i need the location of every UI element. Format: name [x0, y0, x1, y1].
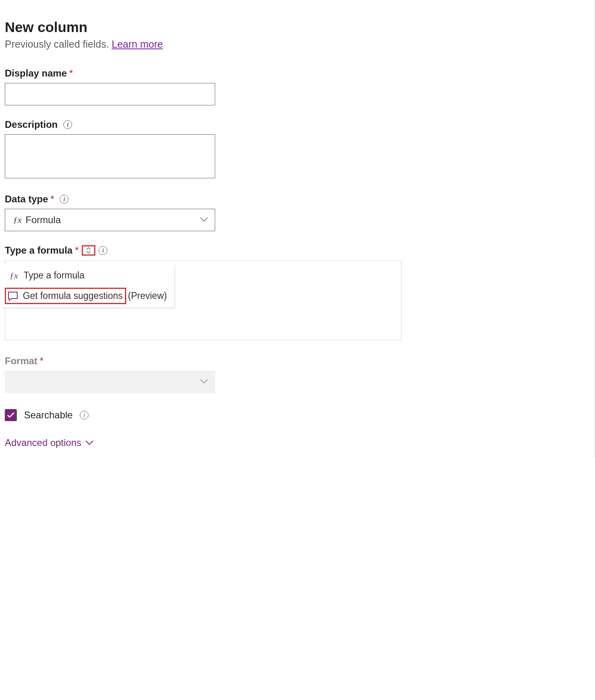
searchable-checkbox[interactable] [5, 409, 17, 421]
description-input[interactable] [5, 134, 215, 178]
highlight-box: Get formula suggestions [5, 288, 126, 304]
formula-label-text: Type a formula [5, 245, 73, 256]
description-label-text: Description [5, 119, 58, 130]
required-indicator: * [69, 68, 73, 79]
description-label: Description i [5, 119, 590, 130]
panel-title: New column [5, 19, 590, 35]
subtitle-text: Previously called fields. [5, 38, 112, 50]
format-label: Format * [5, 355, 590, 367]
dropdown-item-label: Type a formula [24, 270, 85, 281]
info-icon[interactable]: i [99, 246, 107, 255]
info-icon[interactable]: i [60, 195, 69, 204]
required-indicator: * [50, 194, 54, 205]
chevron-up-icon [86, 247, 91, 250]
chevron-down-icon [86, 251, 91, 254]
searchable-label: Searchable [24, 410, 73, 421]
data-type-select[interactable]: ƒx Formula [5, 209, 215, 231]
learn-more-link[interactable]: Learn more [112, 38, 163, 50]
format-label-text: Format [5, 355, 37, 367]
display-name-label-text: Display name [5, 68, 67, 79]
chat-icon [8, 291, 18, 301]
formula-dropdown-menu: ƒx Type a formula Get formula suggestion… [3, 265, 175, 308]
fx-icon: ƒx [13, 215, 22, 225]
formula-mode-toggle[interactable] [82, 245, 95, 256]
check-icon [7, 412, 14, 418]
format-select[interactable] [5, 371, 215, 393]
dropdown-item-label: Get formula suggestions [23, 290, 123, 301]
dropdown-item-suffix: (Preview) [128, 290, 167, 301]
info-icon[interactable]: i [63, 120, 72, 129]
required-indicator: * [40, 355, 43, 367]
advanced-options-toggle[interactable]: Advanced options [5, 437, 590, 448]
info-icon[interactable]: i [80, 411, 89, 420]
data-type-label-text: Data type [5, 194, 48, 205]
required-indicator: * [75, 245, 79, 256]
display-name-input[interactable] [5, 83, 215, 105]
fx-icon: ƒx [10, 270, 18, 281]
advanced-options-label: Advanced options [5, 437, 81, 448]
panel-subtitle: Previously called fields. Learn more [5, 38, 590, 50]
chevron-down-icon [85, 440, 93, 445]
dropdown-item-type-formula[interactable]: ƒx Type a formula [3, 265, 174, 286]
data-type-value: Formula [26, 214, 61, 226]
dropdown-item-get-suggestions[interactable]: Get formula suggestions (Preview) [3, 286, 174, 307]
data-type-label: Data type * i [5, 194, 590, 205]
display-name-label: Display name * [5, 68, 590, 79]
formula-label: Type a formula * i [5, 245, 590, 256]
